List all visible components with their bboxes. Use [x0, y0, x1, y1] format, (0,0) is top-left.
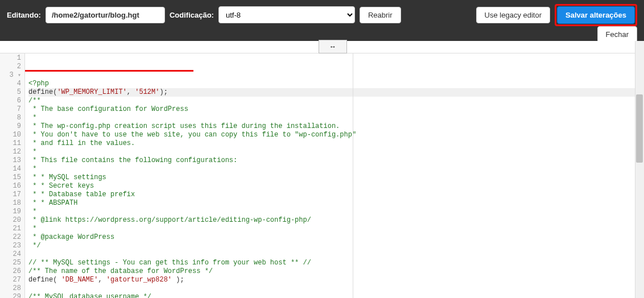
line-number: 28 — [0, 284, 21, 293]
toolbar-tabs: ↔ — [0, 41, 644, 53]
code-line: define( 'DB_NAME', 'gatortur_wp828' ); — [28, 276, 644, 284]
code-line: <?php — [28, 80, 644, 88]
line-number: 5 — [0, 88, 21, 97]
line-number: 29 — [0, 293, 21, 298]
line-number: 9 — [0, 122, 21, 131]
encoding-label: Codificação: — [170, 11, 214, 19]
code-line: /** MySQL database username */ — [28, 293, 644, 298]
line-number: 25 — [0, 259, 21, 267]
line-number: 23 — [0, 242, 21, 250]
code-line: * — [28, 114, 644, 122]
line-gutter: 123 ▾45678910111213141516171819202122232… — [0, 53, 25, 298]
line-number: 20 — [0, 216, 21, 225]
code-line — [28, 284, 644, 293]
code-line: // ** MySQL settings - You can get this … — [28, 259, 644, 267]
header-row-main: Editando: Codificação: utf-8 Reabrir Use… — [7, 5, 637, 25]
line-number: 21 — [0, 225, 21, 233]
code-content[interactable]: <?phpdefine('WP_MEMORY_LIMIT', '512M');/… — [25, 53, 644, 298]
code-line: define('WP_MEMORY_LIMIT', '512M'); — [28, 88, 644, 97]
code-line: * * ABSPATH — [28, 199, 644, 208]
legacy-editor-button[interactable]: Use legacy editor — [476, 7, 550, 23]
code-line: * * Database table prefix — [28, 191, 644, 199]
split-divider[interactable] — [353, 53, 353, 298]
code-line: * — [28, 148, 644, 156]
code-line: * — [28, 165, 644, 173]
code-line — [28, 250, 644, 259]
close-button[interactable]: Fechar — [597, 26, 637, 43]
line-number: 18 — [0, 199, 21, 208]
line-number: 22 — [0, 233, 21, 242]
line-number: 16 — [0, 182, 21, 191]
encoding-select[interactable]: utf-8 — [218, 6, 355, 23]
code-line: * and fill in the values. — [28, 139, 644, 148]
code-line: * * MySQL settings — [28, 173, 644, 182]
line-number: 4 — [0, 80, 21, 88]
wrap-toggle-button[interactable]: ↔ — [319, 40, 347, 53]
code-line: /** The name of the database for WordPre… — [28, 267, 644, 276]
line-number: 13 — [0, 156, 21, 165]
line-number: 10 — [0, 131, 21, 139]
line-number: 27 — [0, 276, 21, 284]
code-line: * The base configuration for WordPress — [28, 105, 644, 114]
code-line: * — [28, 225, 644, 233]
arrow-horizontal-icon: ↔ — [329, 43, 336, 51]
line-number: 1 — [0, 54, 21, 63]
save-highlight: Salvar alterações — [555, 4, 637, 26]
file-path-input[interactable] — [46, 7, 165, 23]
line-number: 3 ▾ — [0, 71, 21, 80]
line-number: 12 — [0, 148, 21, 156]
line-number: 2 — [0, 63, 21, 71]
code-line: * You don't have to use the web site, yo… — [28, 131, 644, 139]
code-line: */ — [28, 242, 644, 250]
line-number: 6 — [0, 97, 21, 105]
line-number: 19 — [0, 208, 21, 216]
editing-label: Editando: — [7, 11, 41, 19]
header: Editando: Codificação: utf-8 Reabrir Use… — [0, 0, 644, 41]
code-editor[interactable]: 123 ▾45678910111213141516171819202122232… — [0, 53, 644, 298]
vertical-scrollbar[interactable] — [635, 41, 644, 298]
highlight-underline — [25, 70, 193, 72]
code-line: * * Secret keys — [28, 182, 644, 191]
line-number: 8 — [0, 114, 21, 122]
line-number: 15 — [0, 173, 21, 182]
code-line: * @link https://wordpress.org/support/ar… — [28, 216, 644, 225]
reopen-button[interactable]: Reabrir — [360, 7, 401, 23]
code-line: * @package WordPress — [28, 233, 644, 242]
line-number: 17 — [0, 191, 21, 199]
line-number: 24 — [0, 250, 21, 259]
code-line: * The wp-config.php creation script uses… — [28, 122, 644, 131]
save-button[interactable]: Salvar alterações — [557, 6, 635, 24]
line-number: 26 — [0, 267, 21, 276]
scroll-thumb[interactable] — [636, 94, 643, 163]
code-line: * — [28, 208, 644, 216]
line-number: 11 — [0, 139, 21, 148]
code-line: /** — [28, 97, 644, 105]
line-number: 7 — [0, 105, 21, 114]
line-number: 14 — [0, 165, 21, 173]
code-line: * This file contains the following confi… — [28, 156, 644, 165]
